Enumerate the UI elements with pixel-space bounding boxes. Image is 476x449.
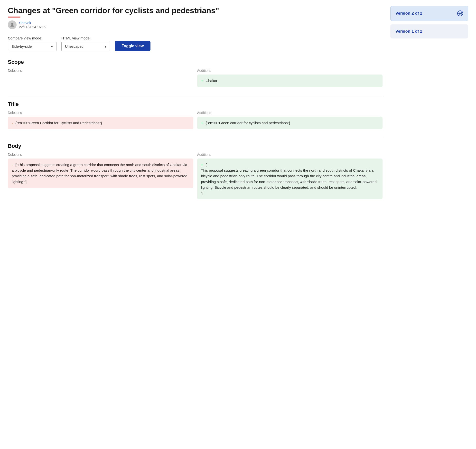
version-1-label: Version 1 of 2 [395,29,422,34]
body-deletions-label: Deletions [8,153,193,157]
title-deletion-marker: - [12,120,13,126]
body-additions-col: Additions + [This proposal suggests crea… [197,153,383,199]
body-section: Body Deletions - ["This proposal suggest… [8,143,383,199]
title-deletion-text: {"en"=>"Green Corridor for Cyclists and … [15,121,102,125]
title-addition-text: {"en"=>"Green corridor for cyclists and … [205,121,290,125]
toggle-view-button[interactable]: Toggle view [115,41,150,51]
body-deletion-box: - ["This proposal suggests creating a gr… [8,159,193,188]
author-date: 22/11/2024 16:15 [19,25,46,29]
author-info: Shevek 22/11/2024 16:15 [19,21,46,29]
author-link[interactable]: Shevek [19,21,31,25]
body-diff-columns: Deletions - ["This proposal suggests cre… [8,153,383,199]
sidebar: Version 2 of 2 Version 1 of 2 [390,6,468,42]
title-addition-box: + {"en"=>"Green corridor for cyclists an… [197,117,383,129]
body-deletions-col: Deletions - ["This proposal suggests cre… [8,153,193,199]
controls-row: Compare view mode: Side-by-side Unified … [8,36,383,51]
scope-addition-text: Chakar [205,79,217,83]
scope-section: Scope Deletions Additions + Chakar [8,59,383,87]
svg-point-0 [11,23,13,25]
scope-deletions-col: Deletions [8,69,193,87]
scope-additions-label: Additions [197,69,383,73]
title-addition-marker: + [201,120,203,126]
scope-diff-columns: Deletions Additions + Chakar [8,69,383,87]
page-title: Changes at "Green corridor for cyclists … [8,6,383,15]
html-view-select-wrapper: Unescaped Escaped ▼ [61,42,110,51]
title-deletions-label: Deletions [8,111,193,115]
body-addition-text: [This proposal suggests creating a green… [201,163,377,195]
body-section-title: Body [8,143,383,149]
compare-view-select-wrapper: Side-by-side Unified ▼ [8,42,56,51]
author-row: Shevek 22/11/2024 16:15 [8,20,383,29]
scope-section-title: Scope [8,59,383,65]
version-2-card[interactable]: Version 2 of 2 [390,6,468,21]
body-additions-label: Additions [197,153,383,157]
title-section: Title Deletions - {"en"=>"Green Corridor… [8,101,383,129]
body-deletion-text: ["This proposal suggests creating a gree… [12,163,187,184]
title-deletion-box: - {"en"=>"Green Corridor for Cyclists an… [8,117,193,129]
title-deletions-col: Deletions - {"en"=>"Green Corridor for C… [8,111,193,129]
body-addition-box: + [This proposal suggests creating a gre… [197,159,383,199]
title-underline [8,17,20,18]
html-view-group: HTML view mode: Unescaped Escaped ▼ [61,36,110,51]
title-additions-label: Additions [197,111,383,115]
scope-additions-col: Additions + Chakar [197,69,383,87]
version-2-label: Version 2 of 2 [395,11,422,16]
version-1-card[interactable]: Version 1 of 2 [390,24,468,38]
body-addition-marker: + [201,162,203,168]
title-additions-col: Additions + {"en"=>"Green corridor for c… [197,111,383,129]
html-view-select[interactable]: Unescaped Escaped [61,42,110,51]
main-content: Changes at "Green corridor for cyclists … [8,6,383,208]
title-diff-columns: Deletions - {"en"=>"Green Corridor for C… [8,111,383,129]
scope-addition-marker: + [201,78,203,84]
divider-title-body [8,138,383,138]
title-section-title: Title [8,101,383,107]
compare-view-select[interactable]: Side-by-side Unified [8,42,56,51]
html-view-label: HTML view mode: [61,36,110,40]
scope-addition-box: + Chakar [197,75,383,87]
avatar [8,20,17,29]
divider-scope-title [8,96,383,96]
compare-view-group: Compare view mode: Side-by-side Unified … [8,36,56,51]
scope-deletions-label: Deletions [8,69,193,73]
body-deletion-marker: - [12,162,13,168]
version-2-check-icon [457,10,463,16]
compare-view-label: Compare view mode: [8,36,56,40]
svg-point-1 [459,12,462,15]
